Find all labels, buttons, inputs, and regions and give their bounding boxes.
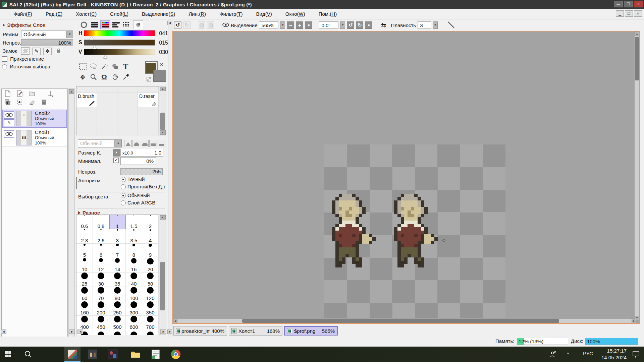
tip-sharp-icon[interactable] <box>124 140 132 147</box>
taskbar-search-icon[interactable] <box>20 347 36 362</box>
menu-помh[interactable]: Пом.(H) <box>313 10 343 18</box>
brush-size-6[interactable]: 6 <box>93 244 109 258</box>
menu-редe[interactable]: Ред.(E) <box>40 10 68 18</box>
brush-size-80[interactable]: 80 <box>109 287 126 301</box>
canvas-viewport[interactable]: ▲ ▼ ◀ ▶ <box>172 31 640 324</box>
brush-slot-empty[interactable] <box>117 121 138 135</box>
action-center-icon[interactable] <box>629 347 643 362</box>
zoom-tool[interactable] <box>88 72 99 82</box>
zoom-out-button[interactable]: − <box>287 21 294 29</box>
value-slider[interactable] <box>84 49 155 55</box>
brush-size-3[interactable]: 3 <box>109 229 126 244</box>
layer-mode-select[interactable]: Обычный <box>21 31 66 38</box>
brush-slot-empty[interactable] <box>138 86 159 93</box>
saturation-slider-marker[interactable] <box>93 46 97 49</box>
brush-size-16[interactable]: 16 <box>126 258 142 273</box>
color-swatches-icon[interactable] <box>122 20 132 29</box>
canvas-hscrollbar[interactable]: ◀ ▶ <box>173 319 636 323</box>
brush-size-partial[interactable] <box>109 330 126 335</box>
brush-size-9[interactable]: 9 <box>142 244 159 258</box>
brush-size-10[interactable]: 10 <box>76 258 93 273</box>
hue-slider[interactable] <box>84 30 155 36</box>
maximize-button[interactable]: ❐ <box>624 1 633 7</box>
panel-splitter[interactable]: ◀ ▶ <box>168 19 172 337</box>
invert-selection-button[interactable]: ▨ <box>207 21 214 29</box>
brush-size-60[interactable]: 60 <box>76 287 93 301</box>
algorithm-option-1[interactable]: Простой(Без Д.) <box>121 184 163 190</box>
taskbar-app-game-icon[interactable] <box>85 347 101 362</box>
clipping-checkbox[interactable] <box>2 56 7 62</box>
brush-size-600[interactable]: 600 <box>126 316 142 330</box>
menu-видv[interactable]: Вид(V) <box>250 10 278 18</box>
angle-dropdown-arrow[interactable]: ▼ <box>340 21 345 29</box>
layer-row-Слой2[interactable]: ✎Слой2Обычный100% <box>2 110 67 128</box>
start-button[interactable] <box>0 347 16 362</box>
brush-size-field[interactable]: x10.0 1.0 <box>120 149 163 157</box>
brush-size-0.8[interactable]: 0.8 <box>93 215 109 229</box>
brush-slot-empty[interactable] <box>117 107 138 121</box>
lock-paint-button[interactable]: ✎ <box>32 48 41 55</box>
flip-horizontal-button[interactable]: ⇆ <box>380 21 387 29</box>
eyedropper-tool[interactable] <box>120 72 131 82</box>
hand-tool[interactable] <box>110 72 120 82</box>
selection-source-radio[interactable] <box>2 64 7 69</box>
brush-min-field[interactable]: 0% <box>120 157 156 165</box>
brush-size-partial[interactable] <box>93 330 109 335</box>
brush-size-700[interactable]: 700 <box>142 316 159 330</box>
magic-wand-tool[interactable] <box>99 61 109 71</box>
redo-button[interactable]: ↻ <box>183 21 191 29</box>
tip-flat-round-icon[interactable] <box>141 140 149 147</box>
minimize-button[interactable]: — <box>614 1 623 7</box>
layer-edit-pen-icon[interactable]: ✎ <box>4 119 14 126</box>
layer-list-scrollbar[interactable]: ▲ ▼ <box>68 88 75 349</box>
brush-min-checkbox[interactable] <box>113 158 119 163</box>
brush-slot-empty[interactable] <box>97 121 117 135</box>
doc-minimize-button[interactable]: ▁ <box>616 10 624 17</box>
brush-size-8[interactable]: 8 <box>126 244 142 258</box>
menu-линr[interactable]: Лин.(R) <box>182 10 212 18</box>
brush-size-2.6[interactable]: 2.6 <box>93 229 109 244</box>
brush-slot-empty[interactable] <box>138 107 159 121</box>
splitter-expand-icon[interactable]: ▶ <box>167 329 172 334</box>
brush-size-partial[interactable] <box>126 330 142 335</box>
algorithm-option-0[interactable]: Точный <box>121 177 143 183</box>
select-rectangle-tool[interactable] <box>77 61 88 71</box>
document-tab-proaektor_img0FI...[interactable]: proaektor_img0[FI...400% <box>173 326 227 336</box>
selection-source-row[interactable]: Источник выбора <box>2 64 49 70</box>
copy-layer-button[interactable] <box>15 98 24 106</box>
menu-окноw[interactable]: Окно(W) <box>279 10 311 18</box>
brush-slot-empty[interactable] <box>76 86 97 93</box>
language-indicator[interactable]: РУС <box>583 351 593 356</box>
brush-size-30[interactable]: 30 <box>93 273 109 287</box>
brush-size-120[interactable]: 120 <box>142 287 159 301</box>
move-tool[interactable]: ✥ <box>77 72 88 82</box>
brush-size-70[interactable]: 70 <box>93 287 109 301</box>
panel-collapse-left-icon[interactable]: ◀ <box>1 329 6 334</box>
panel-collapse-right-icon[interactable]: ▶ <box>161 329 166 334</box>
layer-opacity-slider[interactable]: 100% <box>21 39 73 46</box>
rotate-reset-button[interactable]: ■ <box>365 21 372 29</box>
brush-size-partial[interactable] <box>142 330 159 335</box>
brush-size-50[interactable]: 50 <box>142 273 159 287</box>
brush-size-14[interactable]: 14 <box>109 258 126 273</box>
layer-visibility-eye-icon[interactable] <box>4 111 14 119</box>
tip-block-icon[interactable] <box>149 140 157 147</box>
brush-size-7[interactable]: 7 <box>109 244 126 258</box>
menu-холстc[interactable]: Холст(C) <box>70 10 103 18</box>
document-tab-$prof.png[interactable]: $prof.png565% <box>284 326 338 336</box>
brush-slot-empty[interactable] <box>117 93 138 107</box>
brush-size-1.5[interactable]: 1.5 <box>126 215 142 229</box>
panel-collapse-left-icon[interactable]: ◀ <box>77 329 83 334</box>
brush-size-25[interactable]: 25 <box>76 273 93 287</box>
line-tool-icon[interactable] <box>447 21 455 30</box>
sprite-old-man-1[interactable] <box>329 194 376 267</box>
layer-mode-dropdown-arrow[interactable]: ▼ <box>66 31 73 38</box>
brush-blend-dropdown-arrow[interactable]: ▼ <box>115 139 122 147</box>
brush-slot-empty[interactable] <box>97 93 117 107</box>
zoom-dropdown-arrow[interactable]: ▼ <box>280 21 285 29</box>
tray-people-icon[interactable] <box>547 347 559 362</box>
colorpick-option-1[interactable]: Слой ARGB <box>121 200 154 206</box>
brush-slot-empty[interactable] <box>138 121 159 135</box>
new-folder-button[interactable] <box>27 89 37 98</box>
angle-select[interactable]: 0.0° <box>319 21 338 29</box>
